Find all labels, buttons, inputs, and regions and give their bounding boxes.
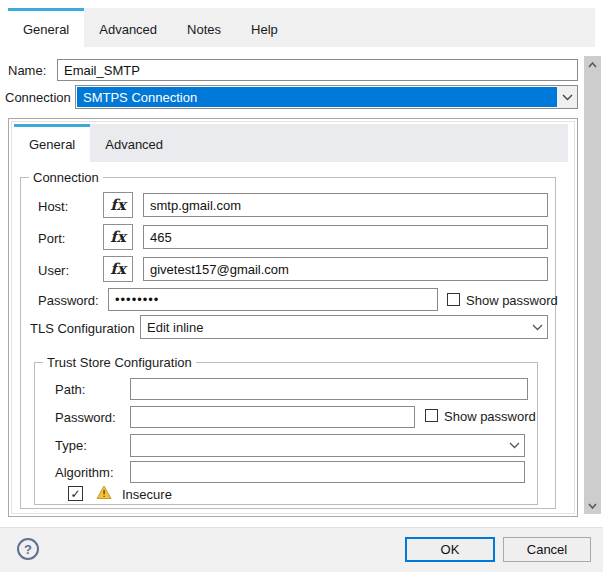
trust-type-label: Type: <box>55 438 87 453</box>
user-input[interactable] <box>143 257 548 281</box>
show-password-label: Show password <box>466 293 558 308</box>
checkmark-icon: ✓ <box>70 488 80 500</box>
inner-tab-advanced[interactable]: Advanced <box>90 124 178 162</box>
trust-password-input[interactable] <box>130 406 415 428</box>
trust-path-input[interactable] <box>130 378 528 400</box>
cancel-button[interactable]: Cancel <box>503 537 591 562</box>
connection-selected-value: SMTPS Connection <box>77 87 557 107</box>
trust-type-select[interactable] <box>130 434 525 457</box>
port-fx-button[interactable]: fx <box>103 224 133 250</box>
insecure-checkbox[interactable]: ✓ <box>68 486 83 501</box>
tab-notes[interactable]: Notes <box>172 8 236 47</box>
name-label: Name: <box>8 63 46 78</box>
trust-algorithm-input[interactable] <box>130 461 525 483</box>
warning-icon <box>96 485 112 503</box>
inner-tab-general[interactable]: General <box>14 124 90 162</box>
dialog-footer: ? OK Cancel <box>0 527 603 572</box>
smtp-connection-dialog: General Advanced Notes Help Name: Connec… <box>0 0 603 572</box>
tab-help[interactable]: Help <box>236 8 293 47</box>
scroll-down-icon[interactable] <box>584 498 601 513</box>
tls-configuration-select[interactable]: Edit inline <box>140 315 548 339</box>
tab-advanced[interactable]: Advanced <box>84 8 172 47</box>
name-input[interactable] <box>57 59 578 81</box>
connection-label: Connection <box>5 90 71 105</box>
trust-show-password-checkbox[interactable] <box>425 409 438 422</box>
insecure-label: Insecure <box>122 487 172 502</box>
connection-group-legend: Connection <box>29 170 103 185</box>
help-icon[interactable]: ? <box>17 538 39 560</box>
user-fx-button[interactable]: fx <box>103 256 133 282</box>
port-label: Port: <box>38 231 65 246</box>
host-input[interactable] <box>143 193 548 217</box>
tls-selected-value: Edit inline <box>141 316 527 338</box>
show-password-checkbox[interactable] <box>447 293 460 306</box>
trust-password-label: Password: <box>55 410 116 425</box>
tls-configuration-label: TLS Configuration <box>30 321 135 336</box>
tab-general[interactable]: General <box>8 8 84 47</box>
password-input[interactable] <box>108 288 438 311</box>
trust-type-selected-value <box>131 435 504 456</box>
vertical-scrollbar[interactable] <box>584 56 601 514</box>
ok-button[interactable]: OK <box>405 537 495 562</box>
chevron-down-icon[interactable] <box>527 316 547 338</box>
trust-algorithm-label: Algorithm: <box>55 465 114 480</box>
chevron-down-icon[interactable] <box>504 435 524 456</box>
port-input[interactable] <box>143 225 548 249</box>
password-label: Password: <box>38 293 99 308</box>
user-label: User: <box>38 263 69 278</box>
inner-tab-bar: General Advanced <box>14 124 568 162</box>
scroll-up-icon[interactable] <box>584 57 601 72</box>
outer-tab-bar: General Advanced Notes Help <box>8 8 595 47</box>
host-fx-button[interactable]: fx <box>103 192 133 218</box>
connection-select[interactable]: SMTPS Connection <box>75 85 578 109</box>
host-label: Host: <box>38 199 68 214</box>
chevron-down-icon[interactable] <box>557 86 577 108</box>
trust-path-label: Path: <box>55 382 85 397</box>
trust-show-password-label: Show password <box>444 409 536 424</box>
trust-store-group-legend: Trust Store Configuration <box>43 355 196 370</box>
